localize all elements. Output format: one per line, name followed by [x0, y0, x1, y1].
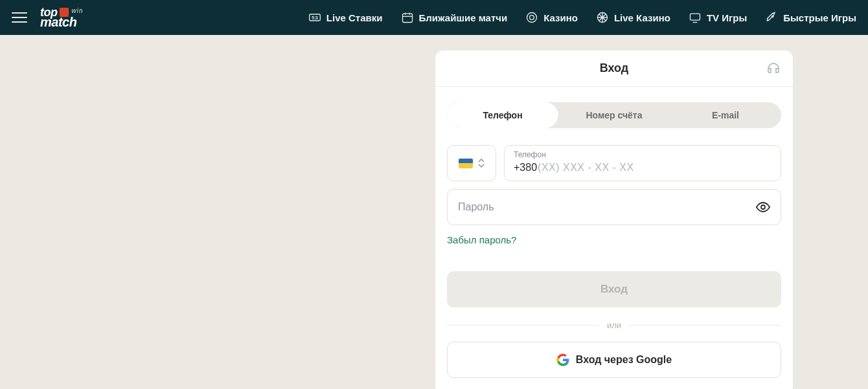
rocket-icon — [765, 11, 778, 24]
phone-mask: (XX) XXX - XX - XX — [538, 162, 634, 173]
svg-point-12 — [761, 205, 765, 209]
svg-text:5:3: 5:3 — [312, 16, 318, 20]
eye-icon[interactable] — [755, 199, 771, 215]
phone-prefix: +380 — [514, 162, 537, 173]
nav-upcoming[interactable]: Ближайшие матчи — [401, 11, 508, 24]
phone-input[interactable] — [634, 162, 771, 173]
header: top win match 5:3 Live Ставки Ближайшие … — [0, 0, 868, 35]
nav-label: Быстрые Игры — [783, 12, 856, 23]
nav-label: Казино — [543, 12, 578, 23]
nav-label: TV Игры — [707, 12, 747, 23]
tab-email[interactable]: E-mail — [670, 102, 781, 128]
divider-label: или — [607, 320, 621, 330]
svg-point-7 — [530, 16, 534, 20]
google-signin-button[interactable]: Вход через Google — [447, 342, 781, 378]
password-input[interactable] — [458, 201, 748, 213]
tv-icon — [689, 11, 702, 24]
calendar-icon — [401, 11, 414, 24]
forgot-password-link[interactable]: Забыл пароль? — [447, 234, 781, 245]
login-button[interactable]: Вход — [447, 271, 781, 307]
logo-text-win: win — [71, 8, 83, 14]
flag-ua-icon — [459, 159, 473, 168]
nav-live-casino[interactable]: Live Казино — [596, 11, 670, 24]
card-title: Вход — [600, 61, 629, 75]
support-icon[interactable] — [766, 61, 781, 76]
logo-text-bottom: match — [40, 16, 76, 28]
nav-live-bets[interactable]: 5:3 Live Ставки — [308, 11, 383, 24]
phone-label: Телефон — [514, 150, 546, 159]
nav-tv-games[interactable]: TV Игры — [689, 11, 747, 24]
divider: или — [447, 320, 781, 330]
chip-icon — [525, 11, 538, 24]
login-card: Вход Телефон Номер счёта E-mail Телефон … — [435, 50, 793, 389]
svg-rect-2 — [402, 14, 412, 22]
card-header: Вход — [435, 50, 793, 87]
logo[interactable]: top win match — [40, 6, 84, 28]
chevrons-updown-icon — [478, 159, 485, 168]
svg-point-6 — [527, 13, 537, 23]
svg-rect-9 — [690, 14, 700, 20]
google-signin-label: Вход через Google — [576, 354, 672, 366]
nav-label: Live Ставки — [326, 12, 383, 23]
main-nav: 5:3 Live Ставки Ближайшие матчи Казино L… — [308, 11, 856, 24]
country-select[interactable] — [447, 145, 496, 181]
nav-label: Live Казино — [614, 12, 670, 23]
login-tabs: Телефон Номер счёта E-mail — [447, 102, 781, 128]
tab-phone[interactable]: Телефон — [447, 102, 558, 128]
roulette-icon — [596, 11, 609, 24]
scoreboard-icon: 5:3 — [308, 11, 321, 24]
nav-label: Ближайшие матчи — [419, 12, 508, 23]
hamburger-menu-icon[interactable] — [12, 10, 27, 25]
nav-fast-games[interactable]: Быстрые Игры — [765, 11, 856, 24]
tab-account[interactable]: Номер счёта — [558, 102, 670, 128]
nav-casino[interactable]: Казино — [525, 11, 578, 24]
google-icon — [556, 353, 569, 366]
